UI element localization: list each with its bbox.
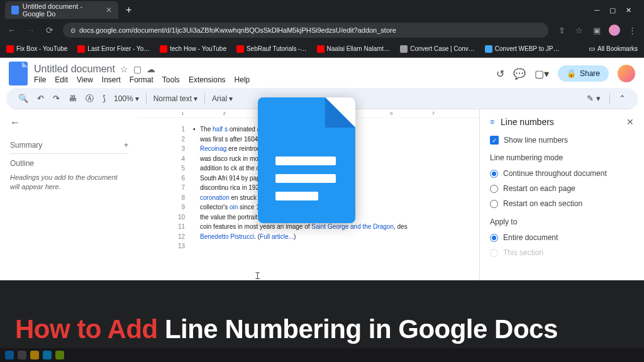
outline-back-icon[interactable]: ← xyxy=(10,117,128,128)
spellcheck-icon[interactable]: Ⓐ xyxy=(82,91,97,106)
menu-insert[interactable]: Insert xyxy=(102,75,121,84)
bookmark-item[interactable]: Naalai Ellam Nalamt… xyxy=(317,45,391,53)
panel-title: Line numbers xyxy=(501,117,554,127)
list-icon: ≡ xyxy=(490,118,494,126)
show-line-numbers-checkbox[interactable]: ✓ Show line numbers xyxy=(490,136,634,145)
menu-file[interactable]: File xyxy=(34,75,46,84)
add-summary-icon[interactable]: + xyxy=(124,141,128,150)
apply-entire-radio[interactable]: Entire document xyxy=(490,230,634,245)
all-bookmarks[interactable]: ▭All Bookmarks xyxy=(589,45,638,53)
menu-view[interactable]: View xyxy=(77,75,93,84)
docs-logo-icon[interactable] xyxy=(9,62,28,85)
mode-continue-radio[interactable]: Continue throughout document xyxy=(490,166,634,181)
apply-section-radio: This section xyxy=(490,245,634,260)
outline-label: Outline xyxy=(10,154,128,169)
minimize-icon[interactable]: ─ xyxy=(594,6,599,14)
comments-icon[interactable]: 💬 xyxy=(513,68,526,80)
apply-section-label: Apply to xyxy=(490,217,634,226)
share-button[interactable]: 🔒Share xyxy=(558,65,609,82)
new-tab-button[interactable]: + xyxy=(121,4,136,16)
close-panel-icon[interactable]: ✕ xyxy=(626,117,634,127)
bookmark-item[interactable]: Last Error Fixer - Yo… xyxy=(77,45,150,53)
move-icon[interactable]: ▢ xyxy=(133,64,142,74)
extensions-icon[interactable]: ▣ xyxy=(591,26,602,35)
outline-hint: Headings you add to the document will ap… xyxy=(10,173,128,192)
bookmarks-bar: Fix Box - YouTube Last Error Fixer - Yo…… xyxy=(0,40,644,58)
mode-restart-section-radio[interactable]: Restart on each section xyxy=(490,196,634,211)
bookmark-item[interactable]: SebRauf Tutorials -… xyxy=(236,45,307,53)
search-icon[interactable]: 🔍 xyxy=(15,92,31,105)
window-controls: ─ ▢ ✕ xyxy=(594,6,639,14)
share-page-icon[interactable]: ⇧ xyxy=(556,26,567,35)
bookmark-item[interactable]: Fix Box - YouTube xyxy=(6,45,67,53)
forward-icon[interactable]: → xyxy=(25,25,36,35)
print-icon[interactable]: 🖶 xyxy=(65,92,80,105)
bookmark-item[interactable]: Convert WEBP to JP… xyxy=(485,45,560,53)
title-banner: How to Add Line Numbering in Google Docs xyxy=(0,280,644,362)
font-select[interactable]: Arial▾ xyxy=(209,94,235,103)
account-avatar[interactable] xyxy=(618,65,635,82)
browser-tab[interactable]: Untitled document - Google Do ✕ xyxy=(5,1,118,19)
line-numbers-panel: ≡ Line numbers ✕ ✓ Show line numbers Lin… xyxy=(479,109,644,280)
reload-icon[interactable]: ⟳ xyxy=(44,25,55,35)
docs-header: Untitled document ☆ ▢ ☁ File Edit View I… xyxy=(0,58,644,87)
history-icon[interactable]: ↺ xyxy=(496,68,504,80)
summary-label: Summary xyxy=(10,141,42,150)
collapse-toolbar-icon[interactable]: ⌃ xyxy=(616,92,629,105)
taskbar xyxy=(0,348,644,362)
meet-icon[interactable]: ▢▾ xyxy=(535,68,549,80)
profile-avatar[interactable] xyxy=(609,25,620,36)
menu-extensions[interactable]: Extensions xyxy=(189,75,226,84)
edit-mode-icon[interactable]: ✎ ▾ xyxy=(584,92,604,105)
menu-help[interactable]: Help xyxy=(235,75,250,84)
document-title[interactable]: Untitled document xyxy=(34,63,115,75)
cloud-icon[interactable]: ☁ xyxy=(147,64,155,74)
menu-bar: File Edit View Insert Format Tools Exten… xyxy=(34,75,250,84)
style-select[interactable]: Normal text▾ xyxy=(151,94,200,103)
undo-icon[interactable]: ↶ xyxy=(34,92,47,105)
browser-chrome: Untitled document - Google Do ✕ + ─ ▢ ✕ … xyxy=(0,0,644,58)
mode-section-label: Line numbering mode xyxy=(490,153,634,162)
banner-white-text: Line Numbering in Google Docs xyxy=(165,314,558,344)
docs-favicon xyxy=(11,6,19,14)
close-tab-icon[interactable]: ✕ xyxy=(106,6,112,14)
banner-red-text: How to Add xyxy=(15,314,165,344)
url-input[interactable]: ⊙ docs.google.com/document/d/1Ijc3Ui3aZB… xyxy=(63,23,548,38)
lock-icon: ⊙ xyxy=(70,27,75,34)
bookmark-item[interactable]: tech How - YouTube xyxy=(160,45,226,53)
menu-format[interactable]: Format xyxy=(130,75,153,84)
menu-tools[interactable]: Tools xyxy=(162,75,180,84)
line-numbers-gutter: 12345678910111213 xyxy=(175,124,185,251)
back-icon[interactable]: ← xyxy=(6,25,18,35)
tab-title: Untitled document - Google Do xyxy=(23,3,102,18)
maximize-icon[interactable]: ▢ xyxy=(609,6,616,14)
bookmark-icon[interactable]: ☆ xyxy=(574,26,585,35)
lock-icon: 🔒 xyxy=(567,69,576,78)
outline-panel: ← Summary+ Outline Headings you add to t… xyxy=(0,109,138,280)
menu-edit[interactable]: Edit xyxy=(55,75,68,84)
paint-format-icon[interactable]: ⟆ xyxy=(99,92,109,105)
close-window-icon[interactable]: ✕ xyxy=(626,6,631,14)
bookmark-item[interactable]: Convert Case | Conv… xyxy=(400,45,475,53)
menu-icon[interactable]: ⋮ xyxy=(626,26,638,35)
address-bar: ← → ⟳ ⊙ docs.google.com/document/d/1Ijc3… xyxy=(0,20,644,40)
docs-overlay-icon xyxy=(258,97,355,223)
star-icon[interactable]: ☆ xyxy=(120,64,128,74)
mode-restart-page-radio[interactable]: Restart on each page xyxy=(490,181,634,196)
tab-strip: Untitled document - Google Do ✕ + ─ ▢ ✕ xyxy=(0,0,644,20)
redo-icon[interactable]: ↷ xyxy=(50,92,63,105)
url-text: docs.google.com/document/d/1Ijc3Ui3aZBfo… xyxy=(79,26,396,34)
zoom-select[interactable]: 100%▾ xyxy=(111,94,142,103)
checkbox-icon: ✓ xyxy=(490,136,499,145)
